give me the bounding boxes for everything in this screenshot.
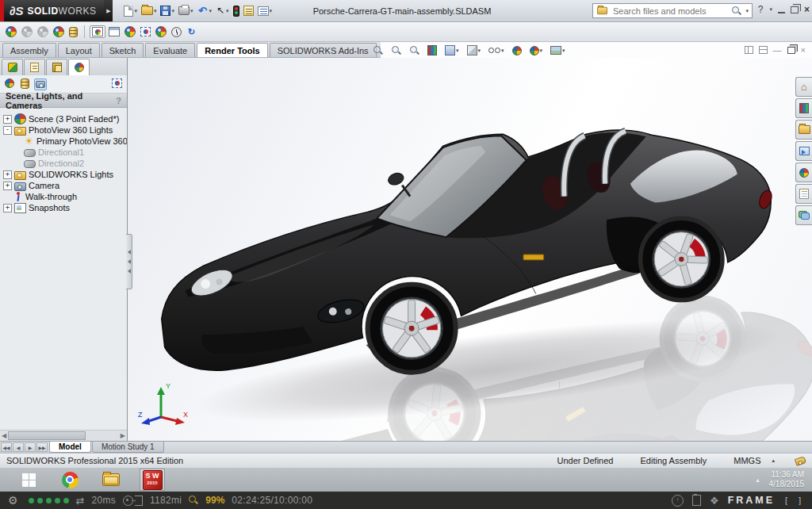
view-orientation-button[interactable]: [426, 44, 439, 56]
print-button[interactable]: ▾: [177, 6, 195, 16]
split-vertical-icon[interactable]: [745, 46, 753, 54]
edit-decal-button[interactable]: [67, 26, 79, 38]
tab-layout[interactable]: Layout: [58, 43, 100, 57]
tab-evaluate[interactable]: Evaluate: [145, 43, 195, 57]
search-scope-icon[interactable]: [597, 7, 607, 14]
manager-tab-configuration-manager[interactable]: [46, 59, 67, 75]
render-options-button[interactable]: [154, 25, 168, 38]
solidworks-resources-button[interactable]: ⌂: [795, 77, 812, 97]
paste-appearance-button[interactable]: [36, 25, 50, 38]
model-tab-motion-study-1[interactable]: Motion Study 1: [92, 442, 164, 453]
expand-toggle-icon[interactable]: +: [3, 170, 12, 179]
section-view-caret-icon[interactable]: ▾: [456, 48, 459, 54]
panel-horizontal-scrollbar[interactable]: ◀ ▶: [0, 430, 127, 441]
copy-appearance-button[interactable]: [20, 25, 34, 38]
render-region-button[interactable]: [139, 26, 152, 37]
apply-scene-caret-icon[interactable]: ▾: [540, 48, 543, 54]
open-button[interactable]: ▾: [140, 6, 159, 16]
view-decals-button[interactable]: [19, 78, 31, 91]
start-button[interactable]: [8, 468, 49, 492]
view-palette-button[interactable]: [795, 141, 812, 161]
expand-toggle-icon[interactable]: +: [3, 182, 12, 190]
overlay-settings-icon[interactable]: ⚙: [8, 494, 18, 507]
edit-appearance-hud-button[interactable]: [511, 45, 523, 56]
select-button[interactable]: ↖▾: [214, 5, 231, 17]
select-caret-icon[interactable]: ▾: [226, 8, 229, 14]
panel-help-button[interactable]: ?: [116, 96, 121, 105]
tray-expand-icon[interactable]: ▴: [756, 476, 759, 484]
menu-expand-arrow[interactable]: ▶: [104, 0, 113, 21]
expand-toggle-icon[interactable]: +: [3, 204, 12, 212]
car-model-render[interactable]: [128, 58, 812, 441]
taskbar-clock[interactable]: 11:36 AM 4/18/2015: [769, 470, 805, 489]
tree-item-walk-through[interactable]: Walk-through: [0, 191, 127, 202]
zoom-to-fit-button[interactable]: [371, 44, 385, 56]
minimize-button[interactable]: [778, 6, 785, 13]
undo-caret-icon[interactable]: ▾: [209, 8, 213, 14]
split-horizontal-icon[interactable]: [759, 46, 768, 54]
open-caret-icon[interactable]: ▾: [154, 8, 157, 14]
print-caret-icon[interactable]: ▾: [190, 8, 193, 14]
units-selector[interactable]: MMGS: [733, 456, 760, 465]
search-icon[interactable]: [731, 6, 741, 16]
hide-show-items-button[interactable]: ▾: [487, 46, 506, 55]
tab-scroll-first-icon[interactable]: ◀◀: [1, 442, 12, 452]
schedule-render-button[interactable]: [170, 26, 183, 38]
manager-tab-feature-manager[interactable]: [2, 59, 23, 75]
design-library-button[interactable]: [795, 98, 812, 118]
file-explorer-button[interactable]: [795, 120, 812, 140]
chrome-taskbar-button[interactable]: [49, 468, 90, 492]
scroll-left-icon[interactable]: ◀: [2, 432, 6, 439]
tab-render-tools[interactable]: Render Tools: [197, 43, 267, 57]
panel-splitter-handle[interactable]: [126, 234, 132, 289]
doc-restore-button[interactable]: [787, 47, 795, 54]
help-caret-icon[interactable]: ▾: [769, 6, 772, 13]
appearances-scenes-button[interactable]: [795, 163, 812, 182]
doc-minimize-button[interactable]: —: [773, 45, 782, 55]
dropbox-icon[interactable]: ❖: [710, 495, 719, 507]
recall-last-render-button[interactable]: ↻: [185, 26, 198, 37]
rebuild-button[interactable]: [232, 5, 241, 17]
tree-item-snapshots[interactable]: +Snapshots: [0, 202, 127, 213]
manager-tab-display-manager[interactable]: [68, 59, 90, 75]
display-style-caret-icon[interactable]: ▾: [478, 48, 481, 54]
restore-button[interactable]: [791, 6, 799, 13]
explorer-taskbar-button[interactable]: [90, 468, 132, 492]
integrated-preview-button[interactable]: [90, 25, 105, 38]
view-scene-lights-cameras-button[interactable]: [34, 78, 47, 90]
view-settings-caret-icon[interactable]: ▾: [562, 48, 565, 54]
manager-tab-property-manager[interactable]: [24, 59, 45, 75]
search-input[interactable]: [611, 6, 728, 17]
section-view-button[interactable]: ▾: [443, 44, 461, 56]
display-style-button[interactable]: ▾: [465, 44, 483, 56]
tab-sketch[interactable]: Sketch: [102, 43, 144, 57]
undo-button[interactable]: ↶▾: [196, 5, 214, 17]
scroll-right-icon[interactable]: ▶: [121, 432, 125, 439]
file-properties-button[interactable]: [242, 5, 255, 17]
final-render-button[interactable]: [123, 25, 137, 38]
zoom-to-selection-button[interactable]: [408, 44, 421, 56]
units-caret-icon[interactable]: ▴: [772, 457, 775, 464]
tag-icon[interactable]: [795, 456, 806, 466]
options-caret-icon[interactable]: ▾: [270, 8, 273, 14]
new-document-button[interactable]: ▾: [122, 5, 139, 17]
expand-toggle-icon[interactable]: -: [3, 126, 12, 135]
tree-item-directional2[interactable]: Directional2: [0, 158, 127, 169]
render-preview-button[interactable]: [110, 78, 124, 90]
save-caret-icon[interactable]: ▾: [171, 8, 174, 14]
preview-window-button[interactable]: [107, 26, 121, 37]
tree-item-solidworks-lights[interactable]: +SOLIDWORKS Lights: [0, 169, 127, 180]
new-document-caret-icon[interactable]: ▾: [134, 8, 137, 14]
close-button[interactable]: ×: [804, 4, 810, 15]
options-button[interactable]: ▾: [256, 6, 274, 17]
help-button[interactable]: ?: [758, 4, 764, 15]
clipboard-icon[interactable]: [692, 495, 701, 506]
tab-solidworks-add-ins[interactable]: SOLIDWORKS Add-Ins: [270, 43, 377, 57]
doc-close-button[interactable]: ×: [801, 45, 806, 55]
expand-toggle-icon[interactable]: +: [3, 115, 12, 124]
tree-item-camera[interactable]: +Camera: [0, 180, 127, 191]
tab-scroll-last-icon[interactable]: ▶▶: [36, 442, 48, 452]
tree-item-photoview-360-lights[interactable]: -PhotoView 360 Lights: [0, 124, 127, 136]
tab-assembly[interactable]: Assembly: [2, 43, 56, 57]
apply-scene-button[interactable]: ▾: [528, 45, 545, 56]
